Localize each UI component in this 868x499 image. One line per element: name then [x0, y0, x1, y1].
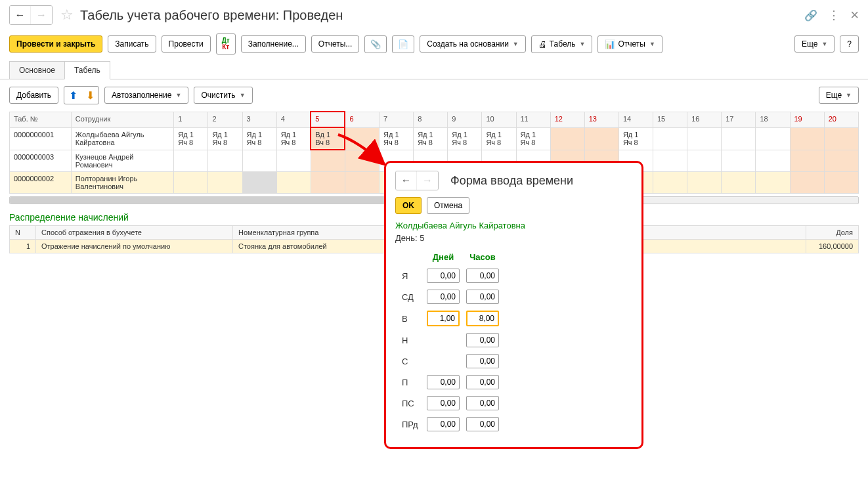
timesheet-cell[interactable]: [345, 127, 379, 150]
time-row: В: [399, 308, 502, 329]
days-input[interactable]: [427, 375, 460, 389]
timesheet-cell[interactable]: [208, 150, 242, 171]
add-row-button[interactable]: Добавить: [9, 87, 58, 104]
timesheet-cell[interactable]: [345, 150, 379, 171]
time-label: Я: [399, 266, 423, 286]
timesheet-cell[interactable]: Яд 1 Яч 8: [516, 127, 550, 150]
col-hours-label: Часов: [464, 250, 502, 265]
timesheet-cell[interactable]: [824, 127, 858, 150]
timesheet-cell[interactable]: [722, 150, 756, 171]
timesheet-cell[interactable]: [311, 150, 345, 171]
back-button[interactable]: ←: [10, 6, 31, 24]
post-and-close-button[interactable]: Провести и закрыть: [9, 35, 102, 53]
hours-input[interactable]: [466, 417, 499, 431]
timesheet-cell[interactable]: [311, 171, 345, 193]
days-input[interactable]: [427, 417, 460, 431]
move-up-button[interactable]: ⬆: [66, 88, 80, 102]
more-button[interactable]: Еще▼: [794, 35, 835, 53]
timesheet-cell[interactable]: [174, 150, 208, 171]
timesheet-cell[interactable]: [584, 127, 618, 150]
timesheet-cell[interactable]: [242, 171, 276, 193]
timesheet-cell[interactable]: [790, 171, 824, 193]
hours-input[interactable]: [466, 290, 499, 304]
cancel-button[interactable]: Отмена: [427, 197, 469, 214]
hours-input[interactable]: [466, 333, 499, 347]
timesheet-cell[interactable]: [276, 150, 311, 171]
timesheet-cell[interactable]: [653, 171, 687, 193]
timesheet-cell[interactable]: [687, 127, 722, 150]
timesheet-cell[interactable]: [242, 150, 276, 171]
hours-input[interactable]: [466, 354, 499, 368]
tab-timesheet[interactable]: Табель: [64, 61, 110, 79]
help-button[interactable]: ?: [840, 35, 859, 53]
days-input[interactable]: [427, 396, 460, 410]
menu-icon[interactable]: [828, 8, 840, 22]
link-icon[interactable]: [804, 9, 817, 22]
attach-button[interactable]: [364, 35, 387, 53]
timesheet-cell[interactable]: [687, 150, 722, 171]
days-input[interactable]: [427, 290, 460, 304]
timesheet-cell[interactable]: [550, 127, 584, 150]
dtkt-button[interactable]: ДтКт: [216, 33, 236, 54]
table-row[interactable]: 0000000001Жолдыбаева Айгуль КайратовнаЯд…: [10, 127, 859, 150]
move-down-button[interactable]: ⬇: [83, 88, 97, 102]
close-icon[interactable]: [850, 7, 859, 24]
timesheet-cell[interactable]: [756, 150, 790, 171]
timesheet-cell[interactable]: [687, 171, 722, 193]
timesheet-cell[interactable]: [824, 150, 858, 171]
autofill-button[interactable]: Автозаполнение▼: [104, 87, 188, 104]
tab-main[interactable]: Основное: [9, 61, 65, 79]
col-day-20: 20: [824, 112, 858, 127]
timesheet-cell[interactable]: [276, 171, 311, 193]
popup-day: День: 5: [395, 233, 632, 243]
days-input[interactable]: [427, 269, 460, 283]
timesheet-cell[interactable]: Яд 1 Яч 8: [380, 127, 414, 150]
timesheet-cell[interactable]: Яд 1 Яч 8: [208, 127, 242, 150]
timesheet-cell[interactable]: [208, 171, 242, 193]
hours-input[interactable]: [466, 269, 499, 283]
fill-button[interactable]: Заполнение...: [241, 35, 306, 53]
chevron-down-icon: ▼: [580, 41, 586, 47]
popup-title: Форма ввода времени: [450, 174, 573, 188]
timesheet-cell[interactable]: Яд 1 Яч 8: [448, 127, 482, 150]
timesheet-cell[interactable]: [790, 150, 824, 171]
popup-back-button[interactable]: ←: [396, 171, 417, 190]
hours-input[interactable]: [466, 311, 499, 326]
forward-button[interactable]: →: [31, 6, 52, 24]
timesheet-cell[interactable]: Яд 1 Яч 8: [242, 127, 276, 150]
timesheet-cell[interactable]: [756, 171, 790, 193]
doc-button[interactable]: [392, 35, 414, 53]
timesheet-cell[interactable]: Яд 1 Яч 8: [174, 127, 208, 150]
time-entry-popup: ← → Форма ввода времени OK Отмена Жолдыб…: [384, 161, 643, 449]
create-based-button[interactable]: Создать на основании▼: [420, 35, 525, 53]
time-row: ПС: [399, 393, 502, 413]
timesheet-cell[interactable]: [824, 171, 858, 193]
days-input[interactable]: [427, 311, 460, 326]
popup-forward-button[interactable]: →: [417, 171, 438, 190]
timesheet-cell[interactable]: Яд 1 Яч 8: [276, 127, 311, 150]
timesheet-cell[interactable]: [174, 171, 208, 193]
grid-more-button[interactable]: Еще▼: [819, 87, 859, 104]
print-reports-button[interactable]: Отчеты▼: [597, 35, 662, 53]
save-button[interactable]: Записать: [108, 35, 156, 53]
col-day-15: 15: [653, 112, 687, 127]
timesheet-cell[interactable]: [790, 127, 824, 150]
timesheet-cell[interactable]: [756, 127, 790, 150]
timesheet-cell[interactable]: Яд 1 Яч 8: [414, 127, 448, 150]
reports-button[interactable]: Отчеты...: [311, 35, 359, 53]
clear-button[interactable]: Очистить▼: [194, 87, 252, 104]
favorite-icon[interactable]: ☆: [60, 7, 74, 24]
timesheet-cell[interactable]: [722, 171, 756, 193]
timesheet-cell[interactable]: [653, 150, 687, 171]
timesheet-cell[interactable]: Яд 1 Яч 8: [618, 127, 653, 150]
print-timesheet-button[interactable]: Табель▼: [531, 35, 593, 53]
post-button[interactable]: Провести: [162, 35, 211, 53]
timesheet-cell[interactable]: [722, 127, 756, 150]
hours-input[interactable]: [466, 396, 499, 410]
hours-input[interactable]: [466, 375, 499, 389]
timesheet-cell[interactable]: [653, 127, 687, 150]
ok-button[interactable]: OK: [395, 197, 422, 214]
timesheet-cell[interactable]: Яд 1 Яч 8: [482, 127, 516, 150]
timesheet-cell[interactable]: Вд 1 Вч 8: [311, 127, 345, 150]
timesheet-cell[interactable]: [345, 171, 379, 193]
